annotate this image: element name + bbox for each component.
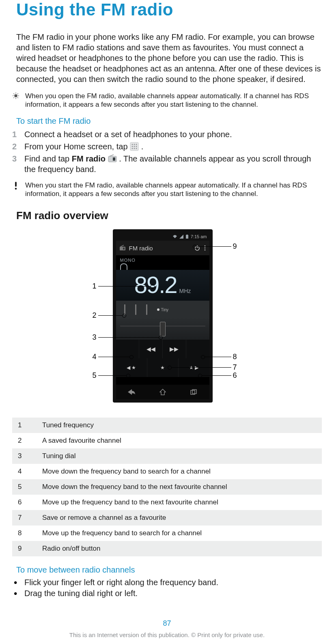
svg-rect-25 bbox=[186, 235, 187, 235]
svg-rect-22 bbox=[15, 182, 17, 187]
svg-line-28 bbox=[121, 245, 124, 247]
bullet-list: Flick your finger left or right along th… bbox=[12, 577, 322, 599]
signal-icon bbox=[179, 235, 183, 239]
step-1: Connect a headset or a set of headphones… bbox=[12, 128, 322, 140]
step-1-text: Connect a headset or a set of headphones… bbox=[24, 130, 232, 139]
radio-icon bbox=[119, 245, 126, 251]
important-text: When you start the FM radio, available c… bbox=[25, 181, 322, 198]
favourite-icon: ★ bbox=[147, 358, 179, 377]
next-favourite-icon: ★ ▶ bbox=[179, 358, 209, 377]
svg-point-32 bbox=[204, 248, 205, 249]
important-note: When you start the FM radio, available c… bbox=[12, 181, 322, 198]
scan-down-icon: ◀◀ bbox=[139, 340, 163, 358]
table-row: 9Radio on/off button bbox=[12, 541, 322, 556]
svg-point-13 bbox=[132, 146, 133, 147]
step-2: From your Home screen, tap . bbox=[12, 140, 322, 153]
step-3-text-a: Find and tap bbox=[24, 154, 72, 163]
app-title: FM radio bbox=[129, 245, 153, 252]
table-row: 3Tuning dial bbox=[12, 448, 322, 464]
apps-grid-icon bbox=[130, 142, 139, 151]
svg-point-11 bbox=[134, 144, 135, 145]
svg-rect-20 bbox=[113, 157, 115, 161]
status-bar: 7:15 am bbox=[116, 233, 209, 241]
step-2-text-a: From your Home screen, tap bbox=[24, 142, 130, 151]
tip-icon bbox=[12, 92, 19, 109]
svg-line-7 bbox=[13, 97, 14, 98]
wifi-icon bbox=[173, 235, 177, 239]
svg-point-23 bbox=[15, 187, 17, 190]
callout-1: 1 bbox=[98, 286, 151, 286]
table-row: 8Move up the frequency band to search fo… bbox=[12, 526, 322, 541]
callout-7: 7 bbox=[171, 367, 231, 368]
scan-up-icon: ▶▶ bbox=[163, 340, 186, 358]
svg-point-10 bbox=[132, 144, 133, 145]
frequency-display: 89.2MHz bbox=[116, 270, 209, 301]
mono-label: MONO bbox=[116, 255, 209, 263]
step-2-text-b: . bbox=[139, 142, 143, 151]
svg-line-21 bbox=[110, 155, 114, 156]
svg-point-17 bbox=[134, 148, 135, 149]
table-row: 1Tuned frequency bbox=[12, 418, 322, 433]
svg-rect-24 bbox=[186, 235, 188, 239]
frequency-value: 89.2 bbox=[134, 273, 177, 297]
recent-icon bbox=[178, 385, 209, 399]
svg-point-33 bbox=[204, 250, 205, 251]
svg-point-18 bbox=[136, 148, 137, 149]
callout-6: 6 bbox=[202, 375, 231, 376]
frequency-band: Tiny bbox=[116, 301, 209, 319]
callout-4: 4 bbox=[98, 357, 130, 357]
fm-radio-app-icon bbox=[108, 154, 117, 163]
page-title: Using the FM radio bbox=[16, 0, 322, 19]
prev-favourite-icon: ◀ ★ bbox=[116, 358, 147, 377]
tuning-dial bbox=[116, 319, 209, 340]
callout-5: 5 bbox=[98, 375, 127, 376]
callout-8: 8 bbox=[205, 357, 231, 357]
overview-diagram: 7:15 am FM radio MONO 89.2MHz Tiny bbox=[12, 229, 322, 412]
callout-9: 9 bbox=[196, 246, 231, 247]
bullet-1: Flick your finger left or right along th… bbox=[12, 577, 322, 588]
svg-line-6 bbox=[17, 97, 18, 98]
saved-channel-label: Tiny bbox=[161, 308, 169, 312]
overview-table: 1Tuned frequency 2A saved favourite chan… bbox=[12, 418, 322, 556]
intro-paragraph: The FM radio in your phone works like an… bbox=[16, 32, 322, 84]
home-icon bbox=[147, 385, 178, 399]
footer-note: This is an Internet version of this publ… bbox=[0, 631, 334, 638]
overview-heading: FM radio overview bbox=[16, 209, 322, 222]
important-icon bbox=[12, 181, 19, 198]
svg-line-8 bbox=[17, 93, 18, 94]
back-icon bbox=[116, 385, 147, 399]
svg-point-0 bbox=[15, 95, 17, 97]
table-row: 4Move down the frequency band to search … bbox=[12, 464, 322, 479]
table-row: 6Move up the frequency band to the next … bbox=[12, 495, 322, 510]
table-row: 5Move down the frequency band to the nex… bbox=[12, 479, 322, 495]
steps-list: Connect a headset or a set of headphones… bbox=[12, 128, 322, 175]
svg-line-5 bbox=[13, 93, 14, 94]
svg-point-12 bbox=[136, 144, 137, 145]
step-3: Find and tap FM radio . The available ch… bbox=[12, 153, 322, 175]
system-navbar bbox=[116, 385, 209, 399]
svg-point-14 bbox=[134, 146, 135, 147]
step-3-bold: FM radio bbox=[72, 154, 106, 163]
table-row: 7Save or remove a channel as a favourite bbox=[12, 510, 322, 526]
svg-point-16 bbox=[132, 148, 133, 149]
subhead-start: To start the FM radio bbox=[16, 116, 322, 126]
page-number: 87 bbox=[0, 619, 334, 628]
status-time: 7:15 am bbox=[191, 234, 207, 239]
battery-icon bbox=[186, 235, 188, 239]
subhead-move: To move between radio channels bbox=[16, 565, 322, 575]
tip-note: When you open the FM radio, available ch… bbox=[12, 92, 322, 109]
svg-point-15 bbox=[136, 146, 137, 147]
callout-3: 3 bbox=[98, 337, 159, 338]
overflow-icon bbox=[204, 245, 206, 251]
frequency-unit: MHz bbox=[179, 288, 191, 294]
tip-text: When you open the FM radio, available ch… bbox=[25, 92, 322, 109]
headphone-icon bbox=[120, 263, 127, 270]
table-row: 2A saved favourite channel bbox=[12, 433, 322, 448]
callout-2: 2 bbox=[98, 315, 123, 316]
svg-rect-27 bbox=[123, 248, 125, 250]
bullet-2: Drag the tuning dial right or left. bbox=[12, 588, 322, 599]
